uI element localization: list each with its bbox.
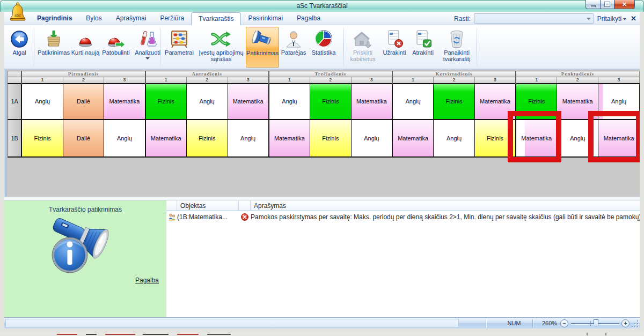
results-col-description[interactable]: Aprašymas [251,200,640,211]
tab-bylos[interactable]: Bylos [79,12,108,25]
lesson-cell[interactable]: Fizinis [310,120,352,157]
grid-corner [8,71,22,77]
clear-timetable-button[interactable]: Panaikinti tvarkaraštį [437,27,477,68]
create-new-button[interactable]: Kurti naują [71,27,100,68]
result-object: (1B:Matematika... [177,213,239,221]
apply-button[interactable]: Pritaikyti [597,15,626,23]
unlock-button[interactable]: Atrakinti [409,27,437,68]
back-icon [10,30,28,48]
lesson-cell[interactable]: Anglų [104,120,145,157]
lesson-cell[interactable]: Matematika [351,84,392,120]
results-col-status[interactable] [239,200,251,211]
lesson-cell[interactable]: Fizinis [310,84,352,120]
generate-check-button[interactable]: Patikrinimas [36,27,71,68]
period-header: 1 [145,77,187,84]
help-link[interactable]: Pagalba [135,277,159,284]
ribbon-separator [343,27,344,66]
result-row[interactable]: (1B:Matematika... Pamokos paskirstymas p… [166,212,640,222]
maximize-icon [605,2,610,6]
period-header: 1 [392,77,434,84]
minimize-button[interactable] [586,0,601,9]
check-button-selected[interactable]: Patikrinimas [246,27,279,68]
lesson-cell[interactable]: Anglų [228,120,269,157]
statistics-button[interactable]: Statistika [308,27,339,68]
resize-grip[interactable] [631,320,638,327]
lesson-cell[interactable]: Matematika [392,120,434,157]
check-summary-panel: Tvarkaraščio patikrinimas [4,200,166,317]
check-panel-title: Tvarkaraščio patikrinimas [4,206,166,213]
tab-pagalba[interactable]: Pagalba [290,12,327,25]
period-header: 3 [104,77,145,84]
tab-pasirinkimai[interactable]: Pasirinkimai [241,12,290,25]
maximize-button[interactable] [601,0,614,9]
zoom-in-button[interactable]: + [621,319,630,327]
apply-dropdown-icon[interactable] [623,18,626,20]
back-button[interactable]: Atgal [6,27,32,68]
zoom-slider-thumb[interactable] [594,319,598,327]
advisor-icon [285,30,302,48]
period-header: 2 [434,77,475,84]
check-results-panel: Objektas Aprašymas (1B:Matematika... [166,200,640,317]
lesson-cell[interactable]: Dailė [63,84,104,120]
lesson-cell[interactable]: Anglų [186,84,228,120]
day-header: Trečiadienis [269,71,392,77]
lesson-cell[interactable]: Matematika [228,84,269,120]
constraints-list-button[interactable]: Įvestų apribojimų sąrašas [196,27,246,68]
analyze-dropdown-icon[interactable] [145,57,150,59]
tab-pagrindinis[interactable]: Pagrindinis [30,12,79,25]
lesson-cell[interactable]: Matematika [145,120,187,157]
tab-peržiūra[interactable]: Peržiūra [153,12,191,25]
parameters-button[interactable]: Parametrai [162,27,196,68]
num-lock-indicator: NUM [498,320,530,326]
analyze-button[interactable]: Analizuoti [132,27,163,68]
zoom-out-button[interactable]: − [560,319,568,327]
lesson-cell[interactable]: Fizinis [145,84,187,120]
period-header: 2 [186,77,228,84]
panel-splitter[interactable] [4,197,640,200]
tab-aprašymai[interactable]: Aprašymai [109,12,153,25]
error-icon [241,213,248,221]
period-header: 3 [351,77,392,84]
lesson-cell[interactable]: Anglų [21,84,63,120]
sheet-lock-icon [385,29,404,48]
crate-icon [45,29,63,48]
improve-button[interactable]: Patobulinti [100,27,132,68]
background-window-sliver [0,333,644,336]
find-label: Rasti: [454,15,471,23]
advisor-button[interactable]: Patarėjas [279,27,308,68]
lesson-cell[interactable]: Fizinis [434,84,475,120]
bottom-panel: Tvarkaraščio patikrinimas [4,200,640,317]
lesson-cell[interactable]: Anglų [269,84,310,120]
period-header: 1 [269,77,310,84]
lesson-cell[interactable]: Fizinis [21,120,63,157]
close-button[interactable]: ✕ [614,0,635,9]
clear-filter-icon[interactable]: ✕ [631,14,636,23]
lesson-cell[interactable]: Dailė [63,120,104,157]
lesson-cell[interactable]: Fizinis [186,120,228,157]
period-header: 1 [21,77,63,84]
apply-label: Pritaikyti [597,15,621,23]
results-col-object[interactable]: Objektas [177,200,239,211]
status-bar: NUM 260% − + [4,317,640,328]
house-icon [353,30,373,48]
lesson-cell[interactable]: Matematika [269,120,310,157]
results-col-icon[interactable] [166,200,177,211]
find-input[interactable] [474,13,594,24]
lesson-cell[interactable]: Anglų [434,120,475,157]
grid-left-edge [4,70,6,197]
lesson-cell[interactable]: Anglų [392,84,434,120]
lesson-cell[interactable]: Anglų [351,120,392,157]
tab-tvarkaraštis[interactable]: Tvarkaraštis [191,12,241,26]
ribbon-separator [34,27,34,66]
combo-dropdown-icon[interactable] [587,18,591,20]
window-controls: ✕ [586,0,635,9]
sheet-unlock-icon [414,29,432,48]
day-header: Penktadienis [516,71,639,77]
conflict-highlight-rect [588,111,640,162]
timetable-grid-area: PirmadienisAntradienisTrečiadienisKetvir… [4,70,640,197]
app-bell-icon[interactable]: aSc [9,2,27,24]
lesson-cell[interactable]: Matematika [104,84,145,120]
find-bar: Rasti: Pritaikyti ✕ [454,12,636,25]
test-tubes-icon [138,29,157,48]
lock-button[interactable]: Užrakinti [380,27,409,68]
